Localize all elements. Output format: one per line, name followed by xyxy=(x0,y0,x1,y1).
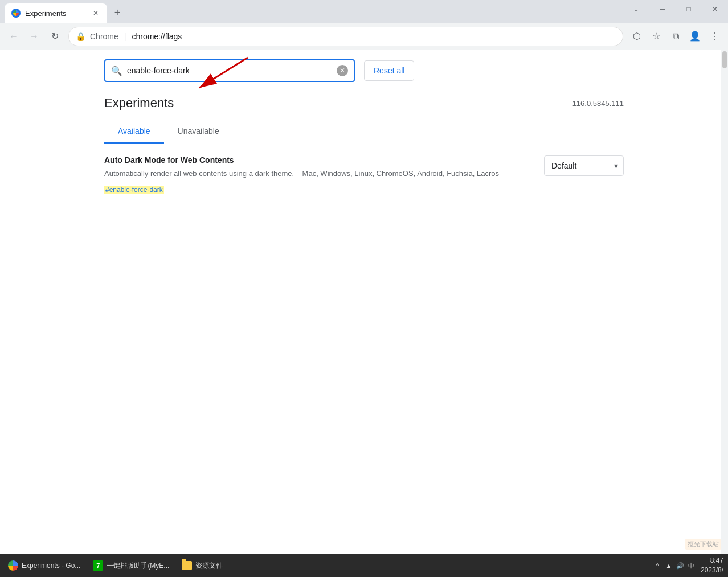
watermark: 抠光下载站 xyxy=(685,539,721,550)
tabs-bar: Available Unavailable xyxy=(104,120,624,144)
experiment-info: Auto Dark Mode for Web Contents Automati… xyxy=(104,155,530,194)
address-url: chrome://flags xyxy=(132,32,182,41)
experiment-entry: Auto Dark Mode for Web Contents Automati… xyxy=(104,144,624,206)
address-bar[interactable]: 🔒 Chrome | chrome://flags xyxy=(68,27,623,46)
chrome-label: Chrome xyxy=(90,32,118,41)
reset-all-button[interactable]: Reset all xyxy=(364,60,414,81)
experiment-name: Auto Dark Mode for Web Contents xyxy=(104,155,530,165)
tab-unavailable[interactable]: Unavailable xyxy=(164,120,233,144)
taskbar: Experiments - Go... 7 一键排版助手(MyE... 资源文件… xyxy=(0,554,728,577)
new-tab-button[interactable]: + xyxy=(109,5,125,21)
chevron-button[interactable]: ⌄ xyxy=(623,0,649,18)
page-title: Experiments xyxy=(104,96,174,111)
tab-close-button[interactable]: ✕ xyxy=(91,9,100,18)
cast-button[interactable]: ⬡ xyxy=(628,27,646,46)
refresh-icon: ↻ xyxy=(51,31,59,42)
taskbar-item-folder[interactable]: 资源文件 xyxy=(176,555,244,576)
split-button[interactable]: ⧉ xyxy=(666,27,685,46)
security-icon: 🔒 xyxy=(76,32,85,41)
clock-time: 8:47 xyxy=(701,556,723,566)
chrome-taskbar-icon xyxy=(8,560,18,571)
forward-button[interactable]: → xyxy=(25,27,43,46)
minimize-button[interactable]: ─ xyxy=(649,0,676,18)
chevron-down-icon: ⌄ xyxy=(633,5,639,13)
scrollbar-track[interactable] xyxy=(721,50,728,554)
menu-button[interactable]: ⋮ xyxy=(705,27,723,46)
title-bar: Experiments ✕ + ⌄ ─ □ ✕ ← → ↻ xyxy=(0,0,728,50)
page-content: 🔍 ✕ Reset all Experiments 116.0.5845.111… xyxy=(0,50,728,554)
taskbar-helper-label: 一键排版助手(MyE... xyxy=(107,561,169,571)
page-header: Experiments 116.0.5845.111 xyxy=(104,91,624,120)
back-button[interactable]: ← xyxy=(5,27,23,46)
tray-volume-icon[interactable]: 🔊 xyxy=(676,561,685,570)
minimize-icon: ─ xyxy=(660,5,665,13)
tab-title: Experiments xyxy=(25,9,87,18)
close-icon: ✕ xyxy=(712,5,718,13)
folder-taskbar-icon xyxy=(182,561,192,570)
search-box[interactable]: 🔍 ✕ xyxy=(104,59,355,82)
system-tray: ^ ▲ 🔊 中 xyxy=(653,561,696,570)
tray-network-icon[interactable]: ▲ xyxy=(664,561,673,570)
taskbar-item-chrome[interactable]: Experiments - Go... xyxy=(2,555,86,576)
browser-toolbar: ← → ↻ 🔒 Chrome | chrome://flags ⬡ ☆ ⧉ 👤 … xyxy=(0,23,728,50)
tray-lang-icon[interactable]: 中 xyxy=(687,561,696,570)
bookmark-button[interactable]: ☆ xyxy=(647,27,665,46)
experiment-id-link[interactable]: #enable-force-dark xyxy=(104,186,164,194)
browser-tab[interactable]: Experiments ✕ xyxy=(5,3,107,23)
maximize-button[interactable]: □ xyxy=(676,0,702,18)
clock-date: 2023/8/ xyxy=(701,566,723,575)
profile-button[interactable]: 👤 xyxy=(686,27,704,46)
taskbar-chrome-label: Experiments - Go... xyxy=(22,562,80,570)
search-input[interactable] xyxy=(127,66,332,75)
experiment-dropdown-wrapper: Default Enabled Disabled xyxy=(544,155,624,176)
flags-content-area: 🔍 ✕ Reset all Experiments 116.0.5845.111… xyxy=(91,50,637,206)
window-controls: ⌄ ─ □ ✕ xyxy=(623,0,728,18)
version-text: 116.0.5845.111 xyxy=(572,96,624,108)
maximize-icon: □ xyxy=(686,5,690,13)
tab-favicon xyxy=(11,9,21,18)
taskbar-clock: 8:47 2023/8/ xyxy=(701,556,723,575)
close-button[interactable]: ✕ xyxy=(702,0,728,18)
search-area: 🔍 ✕ Reset all xyxy=(104,50,624,91)
experiment-control: Default Enabled Disabled xyxy=(544,155,624,176)
search-clear-button[interactable]: ✕ xyxy=(337,65,348,76)
refresh-button[interactable]: ↻ xyxy=(46,27,64,46)
toolbar-actions: ⬡ ☆ ⧉ 👤 ⋮ xyxy=(628,27,723,46)
taskbar-item-helper[interactable]: 7 一键排版助手(MyE... xyxy=(87,555,175,576)
experiment-description: Automatically render all web contents us… xyxy=(104,168,530,179)
tray-chevron-icon[interactable]: ^ xyxy=(653,561,662,570)
tab-available[interactable]: Available xyxy=(104,120,164,144)
search-icon: 🔍 xyxy=(111,66,122,76)
taskbar-folder-label: 资源文件 xyxy=(195,561,223,571)
taskbar-right: ^ ▲ 🔊 中 8:47 2023/8/ xyxy=(653,556,726,575)
experiment-dropdown[interactable]: Default Enabled Disabled xyxy=(544,155,624,176)
address-separator: | xyxy=(124,32,126,41)
helper-taskbar-icon: 7 xyxy=(93,560,103,571)
